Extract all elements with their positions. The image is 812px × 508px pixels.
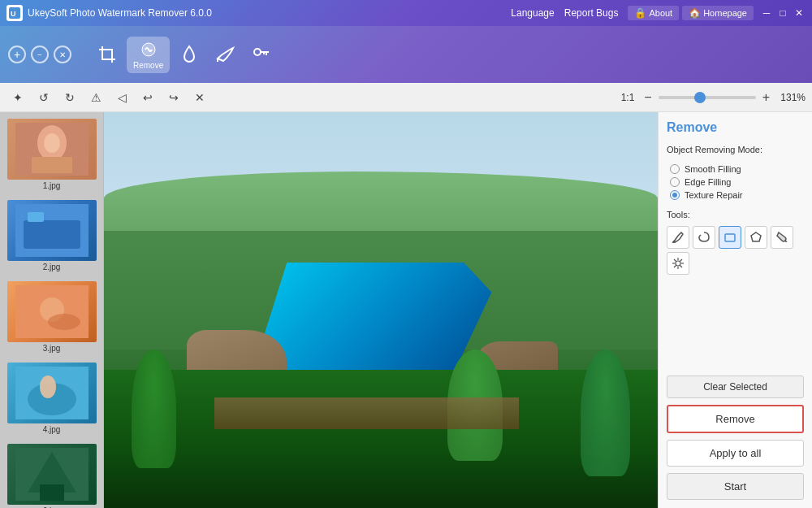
svg-rect-20 — [40, 484, 64, 501]
image-list-panel: 1.jpg 2.jpg 3.jpg — [0, 112, 104, 508]
about-button[interactable]: 🔒 About — [628, 6, 679, 20]
svg-marker-23 — [751, 232, 761, 241]
thumbnail-image — [7, 281, 97, 342]
language-link[interactable]: Language — [511, 7, 554, 19]
thumbnail-label: 2.jpg — [43, 263, 61, 271]
svg-point-8 — [44, 133, 60, 153]
add-file-button[interactable]: + — [8, 46, 26, 63]
clear-selected-button[interactable]: Clear Selected — [667, 376, 804, 398]
window-controls: ─ □ ✕ — [760, 7, 806, 20]
polygon-tool-button[interactable] — [745, 226, 767, 249]
object-removing-mode-label: Object Removing Mode: — [667, 145, 804, 154]
texture-repair-radio[interactable] — [670, 190, 680, 200]
svg-rect-11 — [28, 212, 44, 222]
thumbnail-image — [7, 363, 97, 423]
smooth-filling-option[interactable]: Smooth Filling — [670, 164, 804, 174]
zoom-ratio-label: 1:1 — [621, 92, 635, 103]
smooth-filling-label: Smooth Filling — [685, 164, 741, 174]
zoom-section: 1:1 − + 131% — [621, 89, 806, 106]
toolbar-file-controls: + − ✕ — [8, 46, 71, 63]
rotate-right-button[interactable]: ↻ — [58, 86, 81, 109]
title-bar: U UkeySoft Photo Watermark Remover 6.0.0… — [0, 0, 812, 26]
list-item[interactable]: 6.jpg — [3, 441, 100, 508]
redo-button[interactable]: ↪ — [162, 86, 185, 109]
delete-button[interactable]: ✕ — [188, 86, 211, 109]
main-image — [104, 112, 658, 508]
apply-to-all-button[interactable]: Apply to all — [667, 440, 804, 467]
grid-tool-button[interactable]: ✦ — [6, 86, 29, 109]
minimize-button[interactable]: ─ — [760, 7, 773, 20]
edge-filling-option[interactable]: Edge Filling — [670, 177, 804, 187]
thumbnail-label: 4.jpg — [43, 425, 61, 434]
texture-repair-option[interactable]: Texture Repair — [670, 190, 804, 200]
remove-file-button[interactable]: − — [31, 46, 49, 63]
zoom-slider[interactable] — [659, 96, 756, 99]
sparkle-tool-button[interactable] — [667, 252, 689, 275]
svg-rect-10 — [24, 220, 80, 249]
svg-point-17 — [40, 376, 56, 398]
app-logo: U — [6, 5, 23, 21]
zoom-in-button[interactable]: + — [759, 89, 773, 106]
list-item[interactable]: 2.jpg — [3, 197, 100, 275]
texture-repair-label: Texture Repair — [685, 190, 743, 200]
svg-line-30 — [680, 266, 683, 268]
list-item[interactable]: 3.jpg — [3, 278, 100, 356]
svg-point-21 — [673, 241, 676, 243]
thumbnail-image — [7, 119, 97, 180]
svg-line-29 — [674, 259, 676, 262]
key-mode-button[interactable] — [244, 41, 277, 67]
thumbnail-label: 3.jpg — [43, 344, 61, 353]
lasso-tool-button[interactable] — [693, 226, 715, 249]
tools-row — [667, 226, 804, 275]
homepage-button[interactable]: 🏠 Homepage — [682, 6, 754, 20]
drop-mode-button[interactable] — [173, 41, 205, 67]
thumbnail-label: 1.jpg — [43, 181, 61, 190]
canvas-area[interactable] — [104, 112, 658, 508]
svg-line-31 — [680, 259, 683, 262]
thumbnail-image — [7, 200, 97, 261]
svg-point-14 — [48, 314, 80, 330]
svg-rect-22 — [725, 234, 735, 241]
svg-text:U: U — [11, 10, 16, 18]
remove-button[interactable]: Remove — [667, 405, 804, 433]
remove-mode-label: Remove — [133, 61, 163, 70]
svg-rect-7 — [32, 157, 72, 173]
rotate-left-button[interactable]: ↺ — [32, 86, 55, 109]
rectangle-tool-button[interactable] — [719, 226, 741, 249]
list-item[interactable]: 4.jpg — [3, 359, 100, 437]
undo-button[interactable]: ↩ — [136, 86, 159, 109]
about-home-row: 🔒 About 🏠 Homepage — [628, 6, 754, 20]
app-title: UkeySoft Photo Watermark Remover 6.0.0 — [28, 7, 511, 19]
brush-tool-button[interactable] — [667, 226, 689, 249]
main-layout: 1.jpg 2.jpg 3.jpg — [0, 112, 812, 508]
edge-filling-label: Edge Filling — [685, 177, 731, 187]
right-panel-title: Remove — [667, 120, 804, 135]
svg-line-32 — [674, 266, 676, 268]
svg-point-24 — [676, 261, 680, 266]
main-toolbar: + − ✕ Remove — [0, 26, 812, 83]
removing-mode-group: Smooth Filling Edge Filling Texture Repa… — [670, 164, 804, 200]
close-button[interactable]: ✕ — [793, 7, 806, 20]
list-item[interactable]: 1.jpg — [3, 115, 100, 193]
remove-mode-button[interactable]: Remove — [127, 37, 170, 73]
flip-v-button[interactable]: ◁ — [110, 86, 133, 109]
title-bar-right: Language Report Bugs 🔒 About 🏠 Homepage — [511, 6, 754, 20]
edge-filling-radio[interactable] — [670, 177, 680, 187]
report-bugs-link[interactable]: Report Bugs — [564, 7, 619, 19]
fill-tool-button[interactable] — [771, 226, 793, 249]
zoom-out-button[interactable]: − — [641, 89, 654, 106]
smooth-filling-radio[interactable] — [670, 164, 680, 174]
zoom-percent-label: 131% — [776, 92, 806, 103]
brush-mode-button[interactable] — [209, 41, 241, 67]
flip-h-button[interactable]: ⚠ — [84, 86, 107, 109]
start-button[interactable]: Start — [667, 473, 804, 500]
secondary-toolbar: ✦ ↺ ↻ ⚠ ◁ ↩ ↪ ✕ 1:1 − + 131% — [0, 83, 812, 112]
thumbnail-image — [7, 444, 97, 505]
svg-point-4 — [254, 49, 261, 55]
crop-mode-button[interactable] — [91, 41, 123, 67]
maximize-button[interactable]: □ — [776, 7, 789, 20]
close-file-button[interactable]: ✕ — [54, 46, 71, 63]
tools-section-label: Tools: — [667, 210, 804, 219]
right-panel: Remove Object Removing Mode: Smooth Fill… — [658, 112, 812, 508]
